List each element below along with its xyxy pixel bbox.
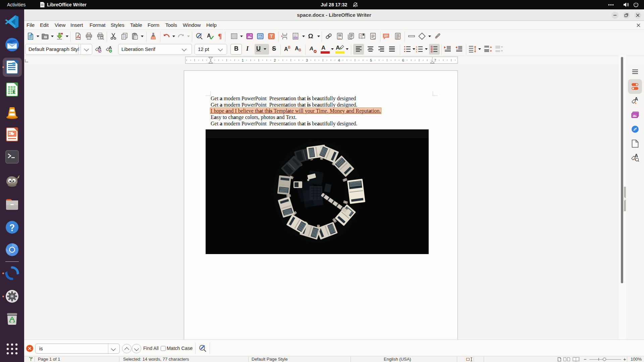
svg-text:a: a (416, 48, 417, 50)
svg-text:¶: ¶ (218, 33, 222, 40)
svg-text:Ω: Ω (308, 33, 313, 40)
svg-text:3: 3 (306, 58, 308, 62)
svg-text:a: a (416, 50, 417, 53)
svg-text:2: 2 (274, 58, 276, 62)
svg-text:4: 4 (338, 58, 340, 62)
svg-text:A: A (109, 45, 112, 50)
svg-text:7: 7 (434, 58, 436, 62)
svg-text:5: 5 (370, 58, 372, 62)
svg-text:1: 1 (242, 58, 244, 62)
svg-text:a: a (416, 46, 417, 48)
svg-text:6: 6 (402, 58, 404, 62)
svg-text:A: A (98, 45, 101, 50)
